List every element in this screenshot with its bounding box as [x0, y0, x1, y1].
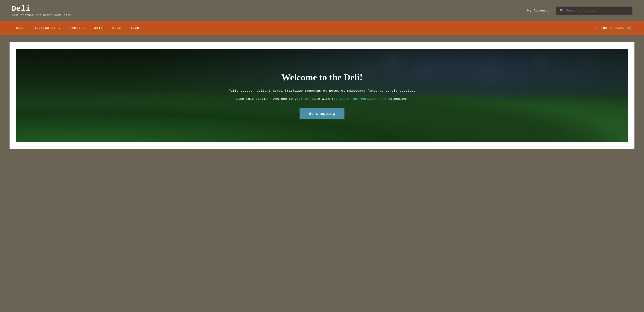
- header-right: My Account 🔍: [528, 7, 632, 15]
- hero-extension-link[interactable]: Storefront Parallax Hero: [340, 97, 386, 101]
- content-wrapper: Welcome to the Deli! Pellentesque habita…: [10, 42, 634, 149]
- nav-item-blog[interactable]: BLOG: [108, 21, 126, 35]
- nav-link-nuts[interactable]: NUTS: [90, 21, 108, 35]
- nav-link-vegetables[interactable]: VEGETABLES: [30, 21, 65, 35]
- hero-content: Welcome to the Deli! Pellentesque habita…: [16, 49, 628, 142]
- main-content: Welcome to the Deli! Pellentesque habita…: [0, 35, 644, 156]
- search-icon: 🔍: [560, 9, 564, 13]
- nav-link-about[interactable]: ABOUT: [126, 21, 146, 35]
- hero-title: Welcome to the Deli!: [282, 72, 362, 83]
- hero-section: Welcome to the Deli! Pellentesque habita…: [16, 49, 628, 142]
- site-navigation: SHOP VEGETABLES FRUIT NUTS BLOG: [0, 21, 644, 35]
- site-branding: Deli Just another WooThemes Demo site: [12, 4, 71, 17]
- cart-count: 0 items: [610, 27, 624, 30]
- hero-description: Pellentesque habitant morbi tristique se…: [228, 88, 416, 94]
- nav-item-shop[interactable]: SHOP: [12, 21, 30, 35]
- chevron-down-icon: [83, 28, 85, 29]
- cart-icon[interactable]: 🛒: [627, 25, 632, 31]
- my-account-link[interactable]: My Account: [528, 9, 548, 13]
- site-tagline: Just another WooThemes Demo site: [12, 14, 71, 17]
- cart-total: £0.00: [596, 26, 608, 30]
- nav-menu: SHOP VEGETABLES FRUIT NUTS BLOG: [12, 21, 146, 35]
- nav-item-about[interactable]: ABOUT: [126, 21, 146, 35]
- nav-link-fruit[interactable]: FRUIT: [65, 21, 90, 35]
- search-form: 🔍: [556, 7, 632, 15]
- hero-sub-text: Like this section? Add one to your own s…: [236, 97, 408, 101]
- cart-area[interactable]: £0.00 0 items 🛒: [596, 25, 632, 31]
- site-title: Deli: [12, 4, 71, 13]
- search-input[interactable]: [566, 9, 629, 13]
- site-header: Deli Just another WooThemes Demo site My…: [0, 0, 644, 21]
- nav-item-nuts[interactable]: NUTS: [90, 21, 108, 35]
- go-shopping-button[interactable]: Go shopping: [300, 108, 345, 119]
- nav-item-vegetables[interactable]: VEGETABLES: [30, 21, 65, 35]
- nav-link-blog[interactable]: BLOG: [108, 21, 126, 35]
- nav-link-shop[interactable]: SHOP: [12, 21, 30, 35]
- chevron-down-icon: [58, 28, 60, 29]
- nav-item-fruit[interactable]: FRUIT: [65, 21, 90, 35]
